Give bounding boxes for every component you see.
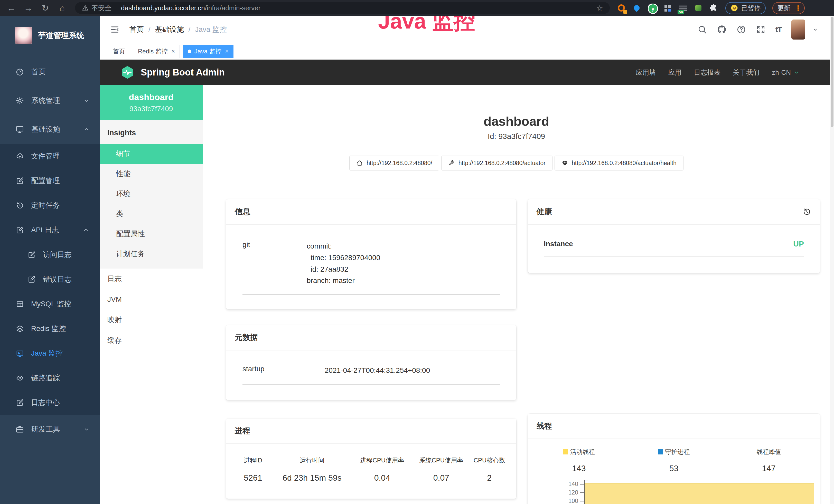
- instance-link-label: http://192.168.0.2:48080/actuator/health: [572, 160, 677, 167]
- chevron-down-icon: [83, 97, 90, 104]
- breadcrumb: 首页/基础设施/Java 监控: [129, 25, 227, 35]
- bookmark-star-icon[interactable]: ☆: [596, 4, 603, 13]
- sidebar-item-label: 链路追踪: [31, 373, 60, 383]
- process-col-1: 运行时间6d 23h 15m 59s: [272, 456, 352, 483]
- not-secure-warning-icon[interactable]: [82, 4, 89, 12]
- insights-item-0[interactable]: 细节: [100, 144, 203, 164]
- insights-item-5[interactable]: 计划任务: [100, 244, 203, 264]
- forward-icon[interactable]: →: [23, 3, 34, 13]
- breadcrumb-item[interactable]: 首页: [129, 25, 144, 35]
- tab-1[interactable]: Redis 监控×: [133, 45, 180, 58]
- sba-nav-link-0[interactable]: 应用墙: [636, 68, 656, 77]
- extension-green-icon[interactable]: [694, 4, 703, 12]
- sidebar-item-label: 定时任务: [31, 201, 60, 210]
- sidebar-item-9[interactable]: MySQL 监控: [0, 292, 100, 316]
- sidebar-item-0[interactable]: 首页: [0, 58, 100, 86]
- edit-icon: [16, 226, 24, 234]
- monitor-icon: [16, 125, 24, 134]
- status-badge: UP: [793, 239, 804, 248]
- tab-label: Redis 监控: [138, 47, 168, 55]
- sidebar-item-4[interactable]: 配置管理: [0, 168, 100, 193]
- gauge-icon: [16, 68, 24, 76]
- legend-text: 活动线程: [570, 448, 595, 455]
- search-icon[interactable]: [697, 25, 707, 35]
- process-table: 进程ID5261运行时间6d 23h 15m 59s进程CPU使用率0.04系统…: [234, 456, 509, 483]
- browser-update-button[interactable]: 更新 ⋮: [772, 2, 805, 14]
- legend-label: 线程峰值: [721, 448, 816, 456]
- back-icon[interactable]: ←: [6, 3, 17, 13]
- instance-link-0[interactable]: http://192.168.0.2:48080/: [349, 156, 439, 170]
- edit-icon: [28, 251, 36, 259]
- extensions-puzzle-icon[interactable]: [709, 4, 718, 12]
- sidebar-item-3[interactable]: 文件管理: [0, 144, 100, 168]
- health-history-icon[interactable]: [803, 207, 811, 216]
- legend-item-1: 守护进程53: [627, 448, 722, 473]
- insights-item-4[interactable]: 配置属性: [100, 224, 203, 244]
- sba-sidebar-item-1[interactable]: JVM: [100, 289, 203, 310]
- sidebar-item-13[interactable]: 日志中心: [0, 390, 100, 415]
- insights-item-2[interactable]: 环境: [100, 184, 203, 204]
- avatar[interactable]: [791, 20, 805, 40]
- sba-nav-link-2[interactable]: 日志报表: [694, 68, 721, 77]
- browser-home-icon[interactable]: ⌂: [57, 3, 68, 13]
- sidebar-item-2[interactable]: 基础设施: [0, 115, 100, 144]
- locale-selector[interactable]: zh-CN: [772, 69, 799, 76]
- sba-sidebar-item-2[interactable]: 映射: [100, 310, 203, 330]
- breadcrumb-item[interactable]: 基础设施: [155, 25, 184, 35]
- insights-item-3[interactable]: 类: [100, 204, 203, 224]
- table-icon: [16, 300, 24, 308]
- github-icon[interactable]: [717, 25, 727, 35]
- sba-nav-link-3[interactable]: 关于我们: [733, 68, 760, 77]
- sidebar-item-8[interactable]: 错误日志: [0, 267, 100, 292]
- font-size-icon[interactable]: tT: [775, 25, 782, 34]
- instance-header[interactable]: dashboard 93a3fc7f7409: [100, 85, 203, 120]
- instance-link-2[interactable]: http://192.168.0.2:48080/actuator/health: [554, 156, 683, 170]
- insights-item-1[interactable]: 性能: [100, 164, 203, 184]
- sidebar-item-10[interactable]: Redis 监控: [0, 316, 100, 341]
- sba-brand[interactable]: Spring Boot Admin: [120, 65, 225, 81]
- sidebar-item-14[interactable]: 研发工具: [0, 415, 100, 444]
- process-col-header: CPU核心数: [470, 456, 509, 464]
- sidebar-item-12[interactable]: 链路追踪: [0, 366, 100, 390]
- browser-menu-kebab-icon[interactable]: ⋮: [794, 4, 802, 12]
- metadata-card-title: 元数据: [235, 332, 258, 343]
- chevron-down-icon[interactable]: [812, 26, 818, 33]
- sidebar-item-5[interactable]: 定时任务: [0, 193, 100, 218]
- sba-nav-links: 应用墙应用日志报表关于我们 zh-CN: [636, 68, 799, 77]
- scrollbar-thumb[interactable]: [831, 17, 833, 127]
- sidebar-item-11[interactable]: Java 监控: [0, 341, 100, 366]
- sidebar-item-label: Redis 监控: [31, 324, 66, 334]
- paused-badge[interactable]: 已暂停: [725, 2, 766, 14]
- close-tab-icon[interactable]: ×: [225, 48, 228, 55]
- app-logo-row[interactable]: 芋道管理系统: [0, 16, 100, 52]
- tab-0[interactable]: 首页: [108, 45, 130, 58]
- legend-swatch: [658, 449, 663, 455]
- address-bar[interactable]: 不安全 dashboard.yudao.iocoder.cn /infra/ad…: [75, 2, 610, 14]
- help-icon[interactable]: [737, 25, 746, 35]
- menu-fold-icon[interactable]: [110, 25, 120, 35]
- sidebar-item-6[interactable]: API 日志: [0, 218, 100, 243]
- fullscreen-icon[interactable]: [756, 25, 766, 35]
- instance-link-1[interactable]: http://192.168.0.2:48080/actuator: [441, 156, 552, 170]
- health-row-instance: Instance UP: [544, 239, 804, 256]
- locale-label: zh-CN: [772, 69, 791, 76]
- extension-on-switch-icon[interactable]: [679, 4, 687, 12]
- sidebar-submenu: 文件管理配置管理定时任务API 日志访问日志错误日志MySQL 监控Redis …: [0, 144, 100, 415]
- extensions-row: [617, 4, 718, 12]
- threads-chart: 140120100: [531, 480, 816, 504]
- sba-nav-link-1[interactable]: 应用: [668, 68, 681, 77]
- extension-y-icon[interactable]: [648, 4, 657, 12]
- extension-grid-icon[interactable]: [663, 4, 672, 12]
- sidebar-item-label: API 日志: [31, 225, 59, 235]
- sba-sidebar-item-0[interactable]: 日志: [100, 269, 203, 289]
- instance-name: dashboard: [129, 92, 174, 102]
- extension-pin-icon[interactable]: [632, 4, 641, 12]
- reload-icon[interactable]: ↻: [40, 3, 51, 13]
- sba-sidebar-item-3[interactable]: 缓存: [100, 330, 203, 351]
- sidebar-item-1[interactable]: 系统管理: [0, 86, 100, 115]
- info-row-value: commit: time: 1596289704000 id: 27aa832 …: [307, 240, 380, 287]
- close-tab-icon[interactable]: ×: [171, 48, 175, 55]
- tab-2[interactable]: Java 监控×: [183, 45, 234, 58]
- extension-orange-icon[interactable]: [617, 4, 626, 12]
- sidebar-item-7[interactable]: 访问日志: [0, 243, 100, 267]
